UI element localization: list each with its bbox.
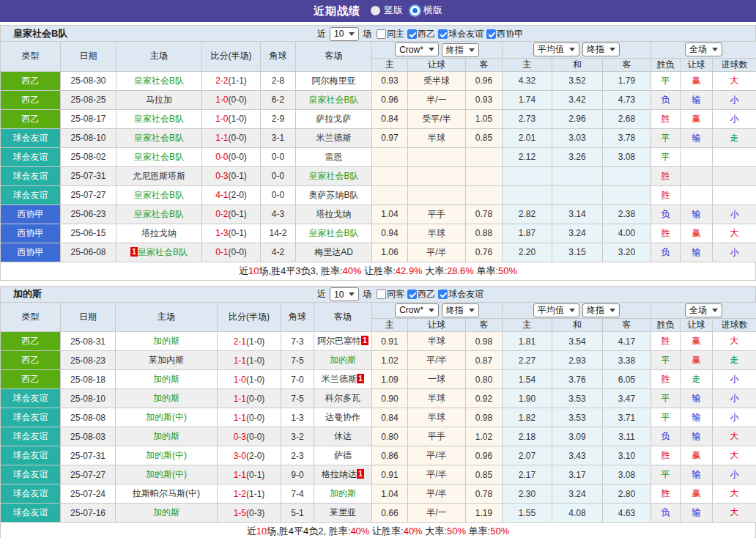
home-team[interactable]: 拉斯帕尔马斯(中) [116, 484, 218, 504]
away-team-name[interactable]: 皇家社会B队 [308, 171, 358, 181]
final-index-select[interactable]: 终指 [582, 43, 620, 56]
checkbox-icon[interactable] [377, 29, 386, 39]
home-team-name[interactable]: 加的斯(中) [146, 469, 187, 479]
away-team-name[interactable]: 塔拉戈纳 [316, 209, 352, 219]
away-team[interactable]: 加的斯 [314, 351, 372, 370]
away-team-name[interactable]: 莱里亚 [330, 507, 356, 517]
filter-checkbox-西乙[interactable]: 西乙 [407, 28, 435, 40]
home-team[interactable]: 莱加内斯 [116, 351, 218, 370]
away-team[interactable]: 塔拉戈纳 [296, 204, 372, 224]
checkbox-icon[interactable] [438, 29, 448, 39]
away-team[interactable]: 莱里亚 [314, 504, 372, 523]
away-team-name[interactable]: 奥萨苏纳B队 [308, 190, 358, 200]
view-mode-option[interactable]: 横版 [410, 4, 442, 17]
home-team-name[interactable]: 皇家社会B队 [134, 75, 184, 86]
average-select[interactable]: 平均值 [533, 43, 579, 56]
home-team[interactable]: 皇家社会B队 [116, 147, 202, 166]
filter-checkbox-西协甲[interactable]: 西协甲 [486, 28, 523, 40]
final-index-select[interactable]: 终指 [442, 43, 479, 57]
home-team[interactable]: 加的斯(中) [116, 446, 218, 465]
full-match-select[interactable]: 全场 [685, 43, 722, 56]
home-team[interactable]: 塔拉戈纳 [116, 224, 202, 243]
final-index-select[interactable]: 终指 [582, 303, 620, 317]
away-team[interactable]: 达曼协作 [314, 408, 372, 427]
away-team[interactable]: 格拉纳达1 [314, 465, 372, 484]
home-team[interactable]: 加的斯 [116, 332, 218, 351]
checkbox-icon[interactable] [438, 290, 448, 299]
radio-button-icon[interactable] [371, 6, 380, 15]
home-team[interactable]: 马拉加 [116, 90, 202, 109]
home-team[interactable]: 皇家社会B队 [116, 185, 202, 204]
away-team[interactable]: 米兰德斯 [296, 128, 372, 147]
away-team[interactable]: 皇家社会B队 [296, 90, 372, 109]
view-mode-option[interactable]: 竖版 [371, 4, 403, 17]
home-team-name[interactable]: 加的斯 [153, 393, 179, 403]
away-team-name[interactable]: 阿尔巴塞特 [317, 336, 361, 346]
checkbox-icon[interactable] [486, 29, 496, 39]
filter-checkbox-球会友谊[interactable]: 球会友谊 [438, 28, 483, 40]
away-team[interactable]: 阿尔巴塞特1 [314, 332, 372, 351]
away-team[interactable]: 萨拉戈萨 [296, 109, 372, 128]
final-index-select[interactable]: 终指 [442, 303, 479, 317]
home-team[interactable]: 皇家社会B队 [116, 71, 202, 90]
recent-count-select[interactable]: 10 [330, 27, 359, 41]
away-team-name[interactable]: 米兰德斯 [316, 133, 352, 143]
filter-checkbox-同主[interactable]: 同主 [377, 28, 404, 40]
away-team[interactable]: 梅里达AD [296, 243, 372, 262]
home-team-name[interactable]: 加的斯 [153, 507, 179, 517]
home-team[interactable]: 加的斯 [116, 389, 218, 408]
home-team-name[interactable]: 加的斯 [153, 374, 179, 384]
away-team-name[interactable]: 皇家社会B队 [308, 228, 358, 238]
home-team-name[interactable]: 尤尼恩斯塔斯 [133, 171, 185, 181]
away-team[interactable]: 休达 [314, 427, 372, 446]
away-team[interactable]: 米兰德斯1 [314, 370, 372, 389]
away-team-name[interactable]: 梅里达AD [314, 247, 353, 257]
away-team-name[interactable]: 达曼协作 [325, 412, 360, 422]
filter-checkbox-西乙[interactable]: 西乙 [407, 288, 435, 301]
filter-checkbox-球会友谊[interactable]: 球会友谊 [438, 288, 483, 301]
away-team-name[interactable]: 加的斯 [330, 488, 356, 498]
away-team-name[interactable]: 萨德 [334, 450, 352, 460]
home-team-name[interactable]: 皇家社会B队 [134, 152, 184, 162]
average-select[interactable]: 平均值 [533, 303, 579, 317]
away-team-name[interactable]: 阿尔梅里亚 [312, 75, 356, 86]
away-team[interactable]: 皇家社会B队 [296, 166, 372, 185]
away-team-name[interactable]: 皇家社会B队 [308, 95, 358, 105]
home-team-name[interactable]: 皇家社会B队 [134, 190, 184, 200]
home-team[interactable]: 皇家社会B队 [116, 128, 202, 147]
home-team[interactable]: 加的斯(中) [116, 465, 218, 484]
home-team[interactable]: 加的斯 [116, 427, 218, 446]
away-team[interactable]: 加的斯 [314, 484, 372, 504]
checkbox-icon[interactable] [407, 29, 417, 39]
home-team[interactable]: 加的斯 [116, 370, 218, 389]
away-team-name[interactable]: 加的斯 [330, 355, 356, 365]
radio-button-icon[interactable] [410, 6, 420, 15]
away-team-name[interactable]: 米兰德斯 [322, 374, 357, 384]
home-team-name[interactable]: 皇家社会B队 [134, 133, 184, 143]
home-team-name[interactable]: 马拉加 [146, 95, 172, 105]
away-team-name[interactable]: 休达 [334, 431, 352, 441]
checkbox-icon[interactable] [407, 290, 417, 299]
away-team-name[interactable]: 萨拉戈萨 [316, 114, 352, 124]
odds-source-select[interactable]: Crow* [395, 303, 439, 317]
home-team-name[interactable]: 皇家社会B队 [134, 209, 184, 219]
full-match-select[interactable]: 全场 [685, 303, 722, 317]
home-team-name[interactable]: 加的斯 [153, 431, 179, 441]
home-team-name[interactable]: 塔拉戈纳 [141, 228, 177, 238]
home-team-name[interactable]: 皇家社会B队 [138, 247, 188, 257]
home-team-name[interactable]: 加的斯 [153, 336, 179, 346]
home-team-name[interactable]: 莱加内斯 [149, 355, 184, 365]
home-team-name[interactable]: 拉斯帕尔马斯(中) [133, 488, 200, 498]
away-team-name[interactable]: 格拉纳达 [322, 469, 357, 479]
checkbox-icon[interactable] [377, 290, 386, 299]
home-team-name[interactable]: 皇家社会B队 [134, 114, 184, 124]
home-team-name[interactable]: 加的斯(中) [146, 412, 187, 422]
recent-count-select[interactable]: 10 [330, 287, 359, 301]
home-team[interactable]: 加的斯(中) [116, 408, 218, 427]
home-team[interactable]: 加的斯 [116, 504, 218, 523]
away-team-name[interactable]: 雷恩 [325, 152, 343, 162]
home-team[interactable]: 尤尼恩斯塔斯 [116, 166, 202, 185]
home-team[interactable]: 皇家社会B队 [116, 109, 202, 128]
odds-source-select[interactable]: Crow* [395, 43, 439, 56]
away-team[interactable]: 阿尔梅里亚 [296, 71, 372, 90]
